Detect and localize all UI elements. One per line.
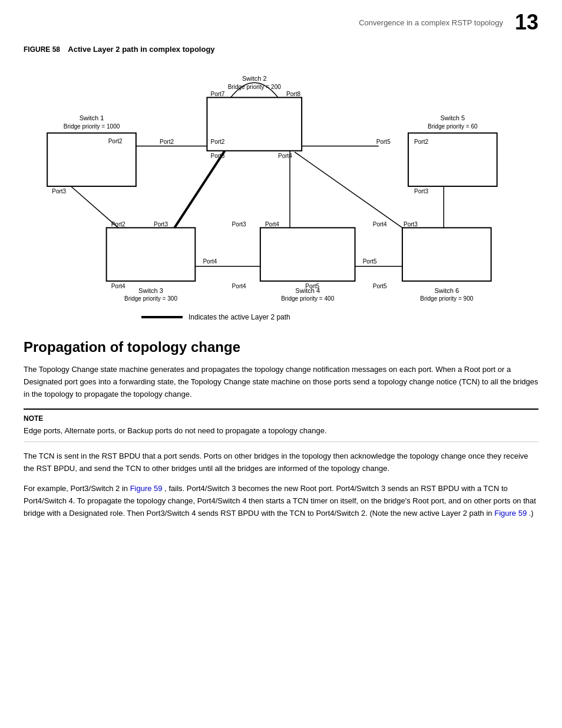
para3-end: .) xyxy=(529,509,534,518)
svg-text:Port3: Port3 xyxy=(232,221,246,228)
svg-text:Switch 1: Switch 1 xyxy=(80,114,104,121)
svg-text:Bridge priority = 400: Bridge priority = 400 xyxy=(281,295,334,302)
svg-text:Port4: Port4 xyxy=(203,258,217,265)
note-label: NOTE xyxy=(24,414,538,423)
svg-text:Port5: Port5 xyxy=(376,139,391,145)
figure-label-line: FIGURE 58 Active Layer 2 path in complex… xyxy=(24,45,538,54)
svg-line-42 xyxy=(174,151,224,228)
figure59-link2[interactable]: Figure 59 xyxy=(494,509,527,518)
svg-text:Port3: Port3 xyxy=(154,221,168,228)
svg-text:Switch 6: Switch 6 xyxy=(434,287,459,294)
note-box: NOTE Edge ports, Alternate ports, or Bac… xyxy=(24,409,538,442)
svg-text:Bridge priority = 300: Bridge priority = 300 xyxy=(124,295,177,302)
svg-text:Bridge priority = 1000: Bridge priority = 1000 xyxy=(64,123,120,130)
svg-text:Bridge priority = 200: Bridge priority = 200 xyxy=(228,84,281,90)
figure59-link1[interactable]: Figure 59 xyxy=(130,484,163,493)
legend-line-icon xyxy=(141,316,183,318)
svg-text:Port5: Port5 xyxy=(373,283,387,289)
svg-line-44 xyxy=(295,152,402,228)
svg-text:Port3: Port3 xyxy=(52,188,66,195)
topology-svg: Switch 1 Bridge priority = 1000 Switch 2… xyxy=(24,54,538,307)
para3-before: For example, Port3/Switch 2 in xyxy=(24,484,130,493)
topology-diagram: Switch 1 Bridge priority = 1000 Switch 2… xyxy=(24,54,538,307)
svg-text:Port5: Port5 xyxy=(305,283,319,289)
svg-text:Switch 3: Switch 3 xyxy=(138,287,163,294)
svg-text:Bridge priority = 900: Bridge priority = 900 xyxy=(420,295,473,302)
svg-text:Port4: Port4 xyxy=(232,283,246,289)
svg-text:Switch 2: Switch 2 xyxy=(242,75,267,82)
legend-text: Indicates the active Layer 2 path xyxy=(189,313,290,321)
svg-text:Port4: Port4 xyxy=(265,221,279,228)
legend: Indicates the active Layer 2 path xyxy=(141,313,538,321)
svg-rect-6 xyxy=(402,228,491,281)
svg-text:Bridge priority = 60: Bridge priority = 60 xyxy=(428,123,478,130)
body-para1: The Topology Change state machine genera… xyxy=(24,364,538,400)
page-number: 13 xyxy=(515,12,538,33)
svg-rect-4 xyxy=(260,228,355,281)
svg-text:Port3: Port3 xyxy=(404,221,418,228)
svg-text:Port2: Port2 xyxy=(210,139,224,145)
note-text: Edge ports, Alternate ports, or Backup p… xyxy=(24,425,538,437)
svg-text:Port8: Port8 xyxy=(286,91,300,97)
svg-text:Port4: Port4 xyxy=(111,283,125,289)
svg-rect-0 xyxy=(47,133,136,186)
body-para3: For example, Port3/Switch 2 in Figure 59… xyxy=(24,483,538,519)
svg-text:Port3: Port3 xyxy=(414,188,428,195)
figure-label: FIGURE 58 Active Layer 2 path in complex… xyxy=(24,45,215,54)
section-heading: Propagation of topology change xyxy=(24,339,538,355)
svg-text:Port4: Port4 xyxy=(373,221,387,228)
figure-caption: Active Layer 2 path in complex topology xyxy=(68,45,214,54)
svg-text:Port7: Port7 xyxy=(210,91,224,97)
svg-text:Port2: Port2 xyxy=(414,139,428,145)
page-header: Convergence in a complex RSTP topology 1… xyxy=(24,12,538,33)
svg-text:Port5: Port5 xyxy=(363,258,377,265)
svg-line-41 xyxy=(71,186,118,228)
svg-rect-3 xyxy=(107,228,196,281)
svg-text:Switch 5: Switch 5 xyxy=(440,114,465,121)
svg-text:Port2: Port2 xyxy=(108,138,123,144)
svg-text:Port2: Port2 xyxy=(160,139,174,145)
body-para2: The TCN is sent in the RST BPDU that a p… xyxy=(24,450,538,475)
header-title: Convergence in a complex RSTP topology xyxy=(359,18,503,27)
svg-text:Port2: Port2 xyxy=(111,221,125,228)
